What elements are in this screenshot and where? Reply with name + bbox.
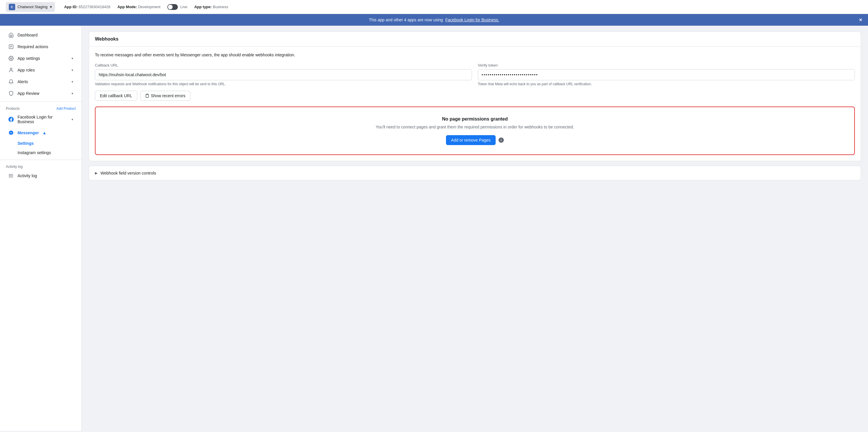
webhooks-header: Webhooks — [89, 32, 861, 47]
app-type-info: App type: Business — [194, 5, 228, 9]
webhook-form-row: Callback URL Validation requests and Web… — [95, 63, 855, 86]
app-type-value: Business — [213, 5, 228, 9]
live-label: Live — [180, 5, 187, 9]
callback-url-hint: Validation requests and Webhook notifica… — [95, 82, 472, 86]
sidebar-sub-item-settings[interactable]: Settings — [2, 139, 79, 148]
products-label: Products — [6, 106, 20, 111]
facebook-login-icon — [8, 117, 14, 122]
svg-point-4 — [10, 58, 12, 59]
messenger-label: Messenger — [18, 131, 39, 135]
add-remove-pages-button[interactable]: Add or remove Pages — [446, 135, 495, 145]
app-review-label: App Review — [18, 91, 39, 96]
sidebar-item-messenger[interactable]: Messenger ▲ — [2, 127, 79, 139]
no-permissions-box: No page permissions granted You'll need … — [95, 106, 855, 155]
webhooks-card: Webhooks To receive messages and other e… — [89, 32, 861, 161]
clipboard-icon — [145, 94, 149, 98]
sidebar-sub-item-instagram[interactable]: Instagram settings — [2, 148, 79, 157]
sidebar-item-activity-log[interactable]: Activity log — [2, 170, 79, 181]
sidebar-divider-2 — [0, 160, 82, 160]
toggle-switch-control[interactable] — [167, 4, 178, 10]
app-roles-chevron: ▾ — [71, 68, 73, 72]
verify-token-hint: Token that Meta will echo back to you as… — [478, 82, 855, 86]
app-name: Chatwoot Staging — [18, 5, 48, 9]
shield-icon — [8, 91, 14, 96]
top-bar-info: App ID: 652273830418426 App Mode: Develo… — [64, 4, 228, 10]
app-icon: C — [9, 4, 15, 10]
activity-log-label: Activity log — [18, 173, 37, 178]
svg-point-5 — [10, 68, 12, 70]
banner-text: This app and other 4 apps are now using — [369, 18, 443, 22]
banner-close-button[interactable]: × — [859, 17, 862, 23]
app-settings-chevron: ▾ — [71, 57, 73, 60]
app-id-value: 652273830418426 — [79, 5, 110, 9]
app-mode-toggle[interactable]: Live — [167, 4, 187, 10]
instagram-settings-label: Instagram settings — [18, 150, 51, 155]
no-permissions-title: No page permissions granted — [101, 117, 848, 122]
svg-point-10 — [9, 175, 9, 176]
callback-url-group: Callback URL Validation requests and Web… — [95, 63, 472, 86]
sidebar-item-required-actions[interactable]: Required actions — [2, 41, 79, 53]
webhooks-title: Webhooks — [95, 36, 119, 41]
facebook-login-label: Facebook Login for Business — [18, 115, 68, 124]
app-review-chevron: ▾ — [71, 92, 73, 95]
required-actions-icon — [8, 44, 14, 49]
alerts-chevron: ▾ — [71, 80, 73, 84]
webhook-field-version-label: Webhook field version controls — [100, 171, 156, 175]
edit-callback-url-button[interactable]: Edit callback URL — [95, 91, 137, 101]
sidebar-item-dashboard[interactable]: Dashboard — [2, 29, 79, 41]
svg-point-9 — [9, 174, 9, 174]
webhooks-body: To receive messages and other events sen… — [89, 47, 861, 161]
sidebar-item-app-review[interactable]: App Review ▾ — [2, 88, 79, 99]
sidebar-item-app-roles[interactable]: App roles ▾ — [2, 64, 79, 76]
activity-log-icon — [8, 173, 14, 179]
permissions-actions: Add or remove Pages i — [101, 135, 848, 145]
verify-token-label: Verify token — [478, 63, 855, 67]
bell-icon — [8, 79, 14, 85]
webhook-field-version-toggle[interactable]: ▶ Webhook field version controls — [89, 166, 861, 180]
expand-chevron: ▶ — [95, 171, 97, 175]
show-recent-errors-button[interactable]: Show recent errors — [140, 91, 190, 101]
app-id-info: App ID: 652273830418426 — [64, 5, 111, 9]
top-bar: C Chatwoot Staging ▾ App ID: 65227383041… — [0, 0, 868, 14]
settings-sub-label: Settings — [18, 141, 34, 146]
sidebar-item-facebook-login[interactable]: Facebook Login for Business ▾ — [2, 112, 79, 127]
app-mode-info: App Mode: Development — [117, 5, 160, 9]
alerts-label: Alerts — [18, 79, 28, 84]
app-settings-label: App settings — [18, 56, 40, 61]
svg-point-11 — [9, 176, 9, 177]
verify-token-input[interactable] — [478, 69, 855, 80]
home-icon — [8, 32, 14, 38]
dashboard-label: Dashboard — [18, 33, 38, 37]
app-selector[interactable]: C Chatwoot Staging ▾ — [6, 2, 55, 12]
sidebar-divider-1 — [0, 102, 82, 102]
info-banner: This app and other 4 apps are now using … — [0, 14, 868, 26]
sidebar-item-alerts[interactable]: Alerts ▾ — [2, 76, 79, 88]
callback-url-input[interactable] — [95, 69, 472, 80]
facebook-login-chevron: ▾ — [71, 118, 73, 122]
webhook-field-version-card: ▶ Webhook field version controls — [89, 166, 861, 180]
show-errors-label: Show recent errors — [151, 93, 185, 98]
content-area: Webhooks To receive messages and other e… — [82, 26, 868, 431]
add-product-link[interactable]: Add Product — [56, 106, 75, 111]
activity-log-section-label: Activity log — [6, 165, 23, 169]
webhooks-description: To receive messages and other events sen… — [95, 53, 855, 57]
svg-rect-12 — [146, 94, 148, 95]
webhook-actions-row: Edit callback URL Show recent errors — [95, 91, 855, 101]
info-icon[interactable]: i — [499, 137, 504, 143]
sidebar-item-app-settings[interactable]: App settings ▾ — [2, 53, 79, 64]
products-section: Products Add Product — [0, 104, 82, 112]
no-permissions-desc: You'll need to connect pages and grant t… — [101, 125, 848, 129]
development-label: Development — [138, 5, 161, 9]
required-actions-label: Required actions — [18, 44, 48, 49]
person-icon — [8, 67, 14, 73]
verify-token-group: Verify token Token that Meta will echo b… — [478, 63, 855, 86]
banner-link[interactable]: Facebook Login for Business. — [445, 18, 499, 22]
callback-url-label: Callback URL — [95, 63, 472, 67]
messenger-icon — [8, 130, 14, 136]
sidebar: Dashboard Required actions App setti — [0, 26, 82, 431]
app-selector-chevron: ▾ — [50, 5, 52, 9]
messenger-chevron: ▲ — [42, 131, 46, 135]
settings-icon — [8, 56, 14, 61]
app-roles-label: App roles — [18, 68, 35, 72]
activity-log-section: Activity log — [0, 162, 82, 170]
